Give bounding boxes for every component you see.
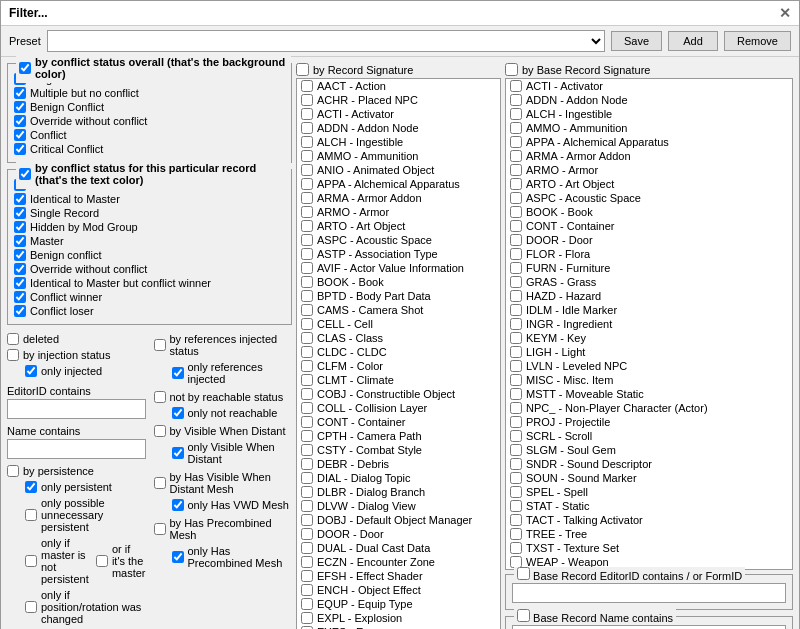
cb-multiple-no-conflict: Multiple but no conflict [14, 86, 285, 100]
list-item: CLAS - Class [297, 331, 500, 345]
extra-filters-left: deleted by injection status only injecte… [7, 331, 146, 627]
cb-single-record-text: Single Record [14, 206, 285, 220]
list-item: TACT - Talking Activator [506, 513, 792, 527]
base-name-label: Base Record Name contains [533, 612, 673, 624]
list-item: DLVW - Dialog View [297, 499, 500, 513]
list-item: FURN - Furniture [506, 261, 792, 275]
record-signature-list[interactable]: AACT - Action ACHR - Placed NPC ACTI - A… [296, 78, 501, 629]
list-item: DLBR - Dialog Branch [297, 485, 500, 499]
list-item: ARTO - Art Object [297, 219, 500, 233]
remove-button[interactable]: Remove [724, 31, 791, 51]
extra-filters: deleted by injection status only injecte… [7, 331, 292, 627]
base-name-section: Base Record Name contains [505, 616, 793, 629]
list-item: CONT - Container [297, 415, 500, 429]
base-name-checkbox[interactable] [517, 609, 530, 622]
list-item: ALCH - Ingestible [506, 107, 792, 121]
cb-conflict-loser: Conflict loser [14, 304, 285, 318]
preset-select[interactable] [47, 30, 605, 52]
editorid-input[interactable] [7, 399, 146, 419]
preset-label: Preset [9, 35, 41, 47]
list-item: ADDN - Addon Node [297, 121, 500, 135]
list-item: STAT - Static [506, 499, 792, 513]
injection-status-filter: by injection status [7, 347, 146, 363]
middle-panel: by Record Signature AACT - Action ACHR -… [296, 63, 501, 629]
cb-critical-conflict-bg: Critical Conflict [14, 142, 285, 156]
save-button[interactable]: Save [611, 31, 662, 51]
extra-filters-right: by references injected status only refer… [154, 331, 293, 627]
list-item: DUAL - Dual Cast Data [297, 541, 500, 555]
list-item: ADDN - Addon Node [506, 93, 792, 107]
list-item: EXPL - Explosion [297, 611, 500, 625]
list-item: PROJ - Projectile [506, 415, 792, 429]
list-item: DOOR - Door [297, 527, 500, 541]
base-editorid-input[interactable] [512, 583, 786, 603]
list-item: ARMA - Armor Addon [506, 149, 792, 163]
conflict-bg-items: Single Record Multiple but no conflict B… [14, 72, 285, 156]
list-item: TREE - Tree [506, 527, 792, 541]
cb-conflict-winner: Conflict winner [14, 290, 285, 304]
not-reachable-filter: not by reachable status [154, 389, 293, 405]
list-item: CPTH - Camera Path [297, 429, 500, 443]
conflict-bg-checkbox[interactable] [19, 62, 31, 74]
base-record-signature-list[interactable]: ACTI - Activator ADDN - Addon Node ALCH … [505, 78, 793, 570]
list-item: AMMO - Ammunition [506, 121, 792, 135]
list-item: AACT - Action [297, 79, 500, 93]
name-input[interactable] [7, 439, 146, 459]
base-record-sig-checkbox[interactable] [505, 63, 518, 76]
record-sig-header: by Record Signature [313, 64, 413, 76]
add-button[interactable]: Add [668, 31, 718, 51]
filter-window: Filter... ✕ Preset Save Add Remove by co… [0, 0, 800, 629]
list-item: APPA - Alchemical Apparatus [506, 135, 792, 149]
only-injected-filter: only injected [25, 363, 146, 379]
list-item: COBJ - Constructible Object [297, 387, 500, 401]
close-button[interactable]: ✕ [779, 5, 791, 21]
list-item: IDLM - Idle Marker [506, 303, 792, 317]
list-item: DOOR - Door [506, 233, 792, 247]
ref-injected-filter: by references injected status [154, 331, 293, 359]
right-panel: by Base Record Signature ACTI - Activato… [505, 63, 793, 629]
list-item: SLGM - Soul Gem [506, 443, 792, 457]
list-item: COLL - Collision Layer [297, 401, 500, 415]
list-item: EFSH - Effect Shader [297, 569, 500, 583]
list-item: BOOK - Book [506, 205, 792, 219]
list-item: CLFM - Color [297, 359, 500, 373]
list-item: ALCH - Ingestible [297, 135, 500, 149]
record-sig-checkbox[interactable] [296, 63, 309, 76]
list-item: AMMO - Ammunition [297, 149, 500, 163]
list-item: BOOK - Book [297, 275, 500, 289]
list-item: ENCH - Object Effect [297, 583, 500, 597]
cb-conflict-bg: Conflict [14, 128, 285, 142]
list-item: ECZN - Encounter Zone [297, 555, 500, 569]
list-item: NPC_ - Non-Player Character (Actor) [506, 401, 792, 415]
cb-master: Master [14, 234, 285, 248]
list-item: KEYM - Key [506, 331, 792, 345]
list-item: CLMT - Climate [297, 373, 500, 387]
left-panel: by conflict status overall (that's the b… [7, 63, 292, 629]
list-item: MSTT - Moveable Static [506, 387, 792, 401]
list-item: FLOR - Flora [506, 247, 792, 261]
conflict-text-checkbox[interactable] [19, 168, 31, 180]
deleted-filter: deleted [7, 331, 146, 347]
base-name-input[interactable] [512, 625, 786, 629]
list-item: INGR - Ingredient [506, 317, 792, 331]
editorid-section: EditorID contains [7, 383, 146, 419]
list-item: ARMO - Armor [297, 205, 500, 219]
list-item: ARMA - Armor Addon [297, 191, 500, 205]
list-item: SPEL - Spell [506, 485, 792, 499]
list-item: ACTI - Activator [506, 79, 792, 93]
list-item: EYES - Eyes [297, 625, 500, 629]
list-item: SOUN - Sound Marker [506, 471, 792, 485]
list-item: ANIO - Animated Object [297, 163, 500, 177]
list-item: CSTY - Combat Style [297, 443, 500, 457]
base-editorid-checkbox[interactable] [517, 567, 530, 580]
list-item: AVIF - Actor Value Information [297, 261, 500, 275]
list-item: EQUP - Equip Type [297, 597, 500, 611]
cb-identical-master: Identical to Master [14, 192, 285, 206]
cb-benign-conflict-bg: Benign Conflict [14, 100, 285, 114]
cb-identical-master-winner: Identical to Master but conflict winner [14, 276, 285, 290]
conflict-text-label: by conflict status for this particular r… [35, 162, 288, 186]
conflict-bg-label: by conflict status overall (that's the b… [35, 56, 288, 80]
cb-override-no-conflict-text: Override without conflict [14, 262, 285, 276]
list-item: CELL - Cell [297, 317, 500, 331]
list-item: SNDR - Sound Descriptor [506, 457, 792, 471]
